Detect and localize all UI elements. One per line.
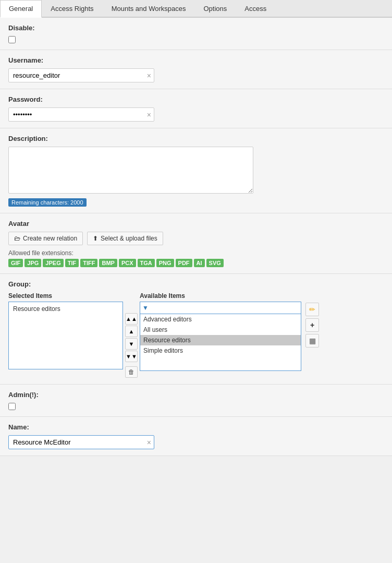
ext-badge-bmp: BMP — [99, 259, 117, 267]
remaining-chars-badge: Remaining characters: 2000 — [8, 198, 87, 207]
tab-general[interactable]: General — [0, 0, 42, 18]
description-textarea[interactable] — [8, 147, 253, 194]
available-list-item[interactable]: Resource editors — [140, 335, 301, 345]
available-items-header: Available Items — [140, 292, 301, 300]
tab-access[interactable]: Access — [236, 0, 275, 17]
description-section: Description: Remaining characters: 2000 — [0, 128, 392, 213]
group-layout: Selected Items Resource editors ▲▲ ▲ ▼ ▼… — [8, 292, 384, 378]
create-relation-label: Create new relation — [23, 235, 77, 242]
name-section: Name: × — [0, 417, 392, 456]
name-clear-icon[interactable]: × — [147, 439, 151, 446]
admin-section: Admin(!): — [0, 385, 392, 417]
group-section: Group: Selected Items Resource editors ▲… — [0, 274, 392, 385]
avatar-section: Avatar 🗁 Create new relation ⬆ Select & … — [0, 213, 392, 274]
username-input[interactable] — [8, 68, 154, 82]
username-label: Username: — [8, 56, 384, 64]
file-extensions-list: GIFJPGJPEGTIFTIFFBMPPCXTGAPNGPDFAISVG — [8, 259, 384, 267]
available-list-item[interactable]: Simple editors — [140, 345, 301, 356]
grid-button[interactable]: ▦ — [305, 334, 319, 348]
name-input-wrapper: × — [8, 435, 154, 449]
delete-button[interactable]: 🗑 — [125, 366, 138, 378]
available-filter-input[interactable] — [151, 303, 299, 313]
available-list-wrapper: ▼ Advanced editorsAll usersResource edit… — [140, 302, 301, 371]
tab-options[interactable]: Options — [194, 0, 236, 17]
tab-mounts-workspaces[interactable]: Mounts and Workspaces — [103, 0, 195, 17]
available-items-list[interactable]: Advanced editorsAll usersResource editor… — [140, 314, 301, 371]
move-bottom-button[interactable]: ▼▼ — [125, 351, 138, 362]
move-down-button[interactable]: ▼ — [125, 338, 138, 350]
ext-badge-jpeg: JPEG — [43, 259, 63, 267]
password-input[interactable] — [8, 107, 154, 122]
name-input[interactable] — [8, 435, 154, 449]
ext-badge-tif: TIF — [65, 259, 79, 267]
name-label: Name: — [8, 423, 384, 431]
password-input-wrapper: × — [8, 107, 154, 122]
selected-items-header: Selected Items — [8, 292, 123, 300]
password-label: Password: — [8, 95, 384, 103]
avatar-label: Avatar — [8, 220, 384, 227]
select-upload-label: Select & upload files — [101, 235, 157, 242]
ext-badge-gif: GIF — [8, 259, 23, 267]
select-upload-button[interactable]: ⬆ Select & upload files — [87, 232, 163, 245]
available-list-item[interactable]: Advanced editors — [140, 314, 301, 325]
password-clear-icon[interactable]: × — [147, 111, 151, 118]
disable-checkbox[interactable] — [8, 36, 16, 43]
disable-checkbox-row — [8, 36, 384, 43]
ext-badge-svg: SVG — [206, 259, 224, 267]
ext-badge-png: PNG — [156, 259, 174, 267]
admin-checkbox-row — [8, 403, 384, 410]
admin-checkbox[interactable] — [8, 403, 16, 410]
ext-badge-pdf: PDF — [176, 259, 192, 267]
ext-badge-jpg: JPG — [24, 259, 41, 267]
ext-badge-tiff: TIFF — [80, 259, 97, 267]
move-buttons: ▲▲ ▲ ▼ ▼▼ — [125, 313, 138, 362]
disable-section: Disable: — [0, 18, 392, 50]
username-section: Username: × — [0, 50, 392, 89]
selected-items-col: Selected Items Resource editors — [8, 292, 123, 369]
add-button[interactable]: + — [305, 318, 319, 332]
username-clear-icon[interactable]: × — [147, 72, 151, 79]
disable-label: Disable: — [8, 24, 384, 32]
filter-icon: ▼ — [142, 304, 149, 312]
create-relation-button[interactable]: 🗁 Create new relation — [8, 232, 83, 245]
move-up-button[interactable]: ▲ — [125, 326, 138, 337]
admin-label: Admin(!): — [8, 391, 384, 399]
password-section: Password: × — [0, 89, 392, 128]
edit-button[interactable]: ✏ — [305, 303, 319, 316]
filter-row: ▼ — [140, 302, 301, 314]
ext-badge-ai: AI — [194, 259, 205, 267]
username-input-wrapper: × — [8, 68, 154, 82]
ext-badge-tga: TGA — [138, 259, 155, 267]
description-label: Description: — [8, 135, 384, 142]
tab-access-rights[interactable]: Access Rights — [42, 0, 102, 17]
group-label: Group: — [8, 280, 384, 288]
avatar-buttons-row: 🗁 Create new relation ⬆ Select & upload … — [8, 232, 384, 245]
upload-icon: ⬆ — [93, 235, 98, 242]
move-top-button[interactable]: ▲▲ — [125, 313, 138, 325]
ext-badge-pcx: PCX — [119, 259, 136, 267]
available-items-col: Available Items ▼ Advanced editorsAll us… — [140, 292, 301, 371]
selected-list-item[interactable]: Resource editors — [11, 304, 120, 314]
main-content: Disable: Username: × Password: × Descrip… — [0, 18, 392, 456]
available-list-item[interactable]: All users — [140, 325, 301, 335]
folder-icon: 🗁 — [14, 235, 20, 242]
allowed-extensions-label: Allowed file extensions: — [8, 249, 384, 257]
tab-bar: General Access Rights Mounts and Workspa… — [0, 0, 392, 18]
side-action-buttons: ✏ + ▦ — [305, 303, 319, 348]
selected-items-list[interactable]: Resource editors — [8, 302, 123, 369]
